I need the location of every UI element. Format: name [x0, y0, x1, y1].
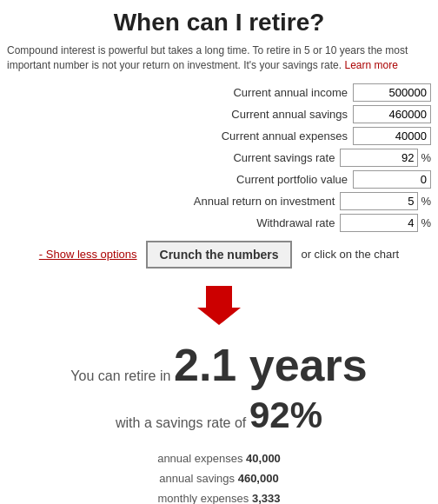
savings-value: 92% — [249, 395, 322, 435]
retire-prefix: You can retire in — [70, 368, 170, 383]
label-roi: Annual return on investment — [178, 195, 335, 208]
learn-more-link[interactable]: Learn more — [344, 59, 397, 71]
retirement-form: Current annual incomeCurrent annual savi… — [7, 83, 431, 232]
show-less-link[interactable]: - Show less options — [39, 248, 137, 261]
stat-value: 3,333 — [252, 492, 281, 504]
stats-section: annual expenses 40,000annual savings 460… — [7, 448, 431, 504]
stat-label: annual savings — [159, 472, 237, 485]
stat-item: monthly expenses 3,333 — [7, 488, 431, 504]
savings-prefix: with a savings rate of — [116, 415, 246, 430]
stat-value: 460,000 — [238, 472, 279, 485]
label-annual-expenses: Current annual expenses — [191, 129, 348, 143]
label-withdrawal-rate: Withdrawal rate — [178, 216, 335, 229]
page-title: When can I retire? — [7, 9, 431, 36]
intro-text: Compound interest is powerful but takes … — [7, 43, 431, 73]
input-annual-income[interactable] — [353, 83, 431, 102]
input-portfolio-value[interactable] — [353, 170, 431, 189]
form-row-withdrawal-rate: Withdrawal rate% — [7, 214, 431, 232]
label-annual-savings: Current annual savings — [191, 108, 348, 121]
or-click-text: or click on the chart — [301, 248, 399, 261]
svg-marker-0 — [197, 286, 241, 325]
stat-value: 40,000 — [246, 452, 281, 465]
input-withdrawal-rate[interactable] — [340, 214, 418, 232]
form-row-roi: Annual return on investment% — [7, 192, 431, 210]
input-annual-savings[interactable] — [353, 105, 431, 123]
unit-savings-rate: % — [421, 151, 431, 164]
actions-row: - Show less options Crunch the numbers o… — [7, 241, 431, 269]
input-savings-rate[interactable] — [340, 149, 418, 167]
retire-line: You can retire in 2.1 years — [7, 339, 431, 391]
arrow-down — [7, 277, 431, 332]
label-savings-rate: Current savings rate — [178, 151, 335, 164]
result-section: You can retire in 2.1 years with a savin… — [7, 339, 431, 436]
unit-withdrawal-rate: % — [421, 216, 431, 229]
crunch-button[interactable]: Crunch the numbers — [146, 241, 293, 269]
stat-label: monthly expenses — [158, 492, 252, 504]
stat-item: annual savings 460,000 — [7, 468, 431, 488]
savings-rate-line: with a savings rate of 92% — [7, 395, 431, 436]
form-row-annual-savings: Current annual savings — [7, 105, 431, 123]
input-annual-expenses[interactable] — [353, 127, 431, 145]
label-annual-income: Current annual income — [191, 86, 348, 99]
form-row-portfolio-value: Current portfolio value — [7, 170, 431, 189]
form-row-annual-income: Current annual income — [7, 83, 431, 102]
stat-label: annual expenses — [157, 452, 246, 465]
input-roi[interactable] — [340, 192, 418, 210]
label-portfolio-value: Current portfolio value — [191, 173, 348, 186]
form-row-annual-expenses: Current annual expenses — [7, 127, 431, 145]
form-row-savings-rate: Current savings rate% — [7, 149, 431, 167]
unit-roi: % — [421, 195, 431, 208]
retire-value: 2.1 years — [174, 340, 368, 390]
stat-item: annual expenses 40,000 — [7, 448, 431, 468]
